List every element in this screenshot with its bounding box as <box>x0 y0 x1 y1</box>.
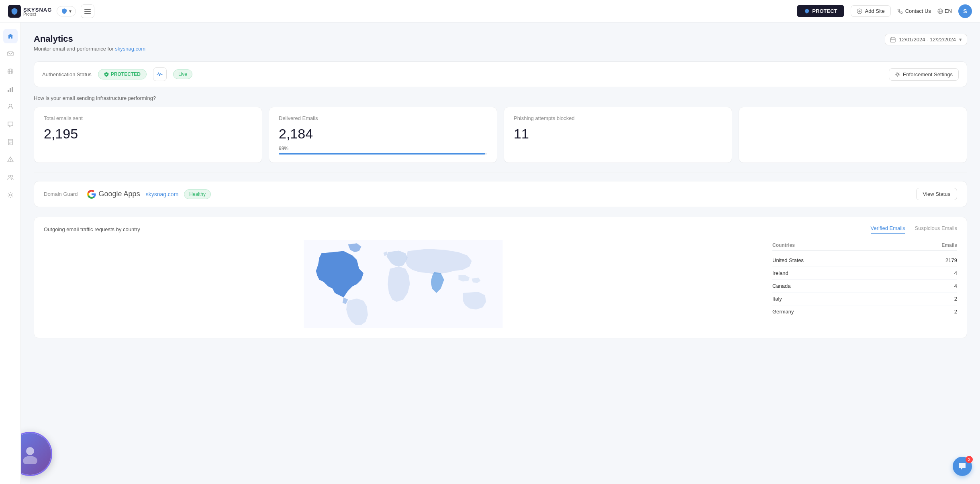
chat-icon <box>7 121 14 128</box>
protected-badge: PROTECTED <box>98 69 147 79</box>
view-status-button[interactable]: View Status <box>916 188 957 200</box>
dg-left: Domain Guard Google Apps skysnag.com Hea… <box>44 189 211 199</box>
language-selector[interactable]: EN <box>937 8 952 14</box>
country-name-us: United States <box>772 257 804 263</box>
svg-rect-15 <box>12 87 13 92</box>
svg-rect-9 <box>8 52 13 56</box>
avatar[interactable]: S <box>958 4 972 18</box>
sidebar-item-reports[interactable] <box>3 135 18 149</box>
globe-icon <box>937 8 943 14</box>
country-name-ca: Canada <box>772 283 791 289</box>
tab-verified-emails[interactable]: Verified Emails <box>871 225 905 234</box>
sidebar-item-analytics[interactable] <box>3 82 18 96</box>
country-table-header: Countries Emails <box>772 240 957 251</box>
svg-rect-0 <box>84 9 91 10</box>
svg-point-30 <box>896 73 898 75</box>
protect-button[interactable]: PROTECT <box>797 5 844 17</box>
country-row-ie: Ireland 4 <box>772 267 957 280</box>
page-header: Analytics Monitor email and performance … <box>34 34 967 52</box>
site-link[interactable]: skysnag.com <box>115 46 145 52</box>
stat-card-total-sent: Total emails sent 2,195 <box>34 107 262 163</box>
activity-icon[interactable] <box>153 67 167 81</box>
sidebar-item-chat[interactable] <box>3 117 18 132</box>
hamburger-icon <box>84 9 91 14</box>
map-tabs: Verified Emails Suspicious Emails <box>871 225 957 234</box>
chevron-down-icon: ▾ <box>959 37 962 43</box>
svg-rect-14 <box>10 88 11 92</box>
team-icon <box>7 174 14 181</box>
alert-icon <box>7 157 14 163</box>
col-emails: Emails <box>941 242 957 248</box>
section-divider-1 <box>34 173 967 173</box>
hamburger-button[interactable] <box>81 4 94 18</box>
stat-value-delivered: 2,184 <box>279 126 487 142</box>
sidebar-item-alerts[interactable] <box>3 153 18 167</box>
svg-point-24 <box>10 175 12 177</box>
google-icon <box>87 189 96 199</box>
svg-point-25 <box>9 194 11 196</box>
topnav-left: SKYSNAG Protect ▾ <box>8 4 94 18</box>
progress-pct-text: 99% <box>279 146 487 151</box>
country-name-ie: Ireland <box>772 270 788 276</box>
country-count-it: 2 <box>954 296 957 302</box>
phone-icon <box>897 8 903 14</box>
page-title-group: Analytics Monitor email and performance … <box>34 34 145 52</box>
world-map <box>44 240 763 328</box>
auth-bar-left: Authentication Status PROTECTED Live <box>42 67 192 81</box>
report-icon <box>7 139 14 145</box>
stats-section: How is your email sending infrastructure… <box>34 95 967 163</box>
stats-question: How is your email sending infrastructure… <box>34 95 967 101</box>
page-subtitle: Monitor email and performance for skysna… <box>34 46 145 52</box>
stat-card-empty <box>739 107 967 163</box>
live-badge: Live <box>173 69 192 79</box>
email-icon <box>7 51 14 57</box>
stat-card-phishing: Phishing attempts blocked 11 <box>504 107 732 163</box>
add-site-button[interactable]: Add Site <box>851 5 890 17</box>
plus-icon <box>857 8 862 14</box>
chat-button[interactable]: 3 <box>953 457 972 476</box>
chat-bubble-icon <box>958 462 967 471</box>
chat-badge: 3 <box>966 456 973 463</box>
user-icon <box>7 104 14 110</box>
contact-button[interactable]: Contact Us <box>897 8 931 14</box>
map-header: Outgoing email traffic requests by count… <box>44 225 957 234</box>
shield-check-icon <box>104 72 109 77</box>
stat-value-total: 2,195 <box>44 126 252 142</box>
sidebar-item-email[interactable] <box>3 47 18 61</box>
svg-point-32 <box>26 447 34 455</box>
sidebar <box>0 22 21 484</box>
country-row-it: Italy 2 <box>772 293 957 305</box>
shield-icon <box>61 8 67 14</box>
progress-bar-fill <box>279 153 485 155</box>
date-range-text: 12/01/2024 - 12/22/2024 <box>899 37 956 43</box>
col-countries: Countries <box>772 242 795 248</box>
dg-domain: skysnag.com <box>146 191 179 197</box>
sidebar-item-settings[interactable] <box>3 188 18 202</box>
topnav-right: PROTECT Add Site Contact Us EN S <box>797 4 972 18</box>
country-count-de: 2 <box>954 309 957 315</box>
country-row-ca: Canada 4 <box>772 280 957 293</box>
auth-status-bar: Authentication Status PROTECTED Live Enf… <box>34 61 967 87</box>
sidebar-item-team[interactable] <box>3 170 18 185</box>
tab-suspicious-emails[interactable]: Suspicious Emails <box>915 225 958 234</box>
country-count-ie: 4 <box>954 270 957 276</box>
stat-progress-delivered: 99% <box>279 146 487 155</box>
calendar-icon <box>890 37 896 43</box>
person-silhouette <box>20 444 40 464</box>
progress-bar-bg <box>279 153 487 155</box>
country-table: Countries Emails United States 2179 Irel… <box>772 240 957 330</box>
shield-dropdown[interactable]: ▾ <box>57 6 76 16</box>
stat-card-delivered: Delivered Emails 2,184 99% <box>269 107 497 163</box>
map-area <box>44 240 763 330</box>
sidebar-item-globe[interactable] <box>3 64 18 79</box>
date-picker[interactable]: 12/01/2024 - 12/22/2024 ▾ <box>885 34 967 45</box>
sidebar-item-home[interactable] <box>3 29 18 43</box>
analytics-icon <box>7 86 14 92</box>
map-title: Outgoing email traffic requests by count… <box>44 226 140 232</box>
topnav: SKYSNAG Protect ▾ PROTECT <box>0 0 980 22</box>
settings-icon <box>7 192 14 198</box>
country-count-us: 2179 <box>945 257 957 263</box>
stat-label-total: Total emails sent <box>44 115 252 121</box>
sidebar-item-user[interactable] <box>3 100 18 114</box>
enforcement-settings-button[interactable]: Enforcement Settings <box>889 68 959 81</box>
